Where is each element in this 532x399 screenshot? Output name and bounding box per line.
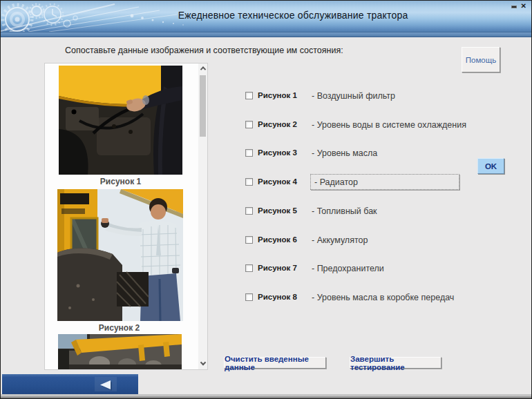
match-state: - Уровень масла в коробке передач [312, 293, 454, 302]
match-row-8: Рисунок 8 - Уровень масла в коробке пере… [1, 293, 532, 309]
instruction-text: Сопоставьте данные изображения и соответ… [65, 46, 343, 55]
photo-risunok-3[interactable] [58, 334, 182, 369]
match-state: - Воздушный фильтр [312, 91, 395, 101]
scroll-up-icon[interactable] [198, 64, 207, 73]
match-label: Рисунок 3 [258, 148, 297, 157]
window-close-icon[interactable]: ✕ [521, 3, 526, 10]
scroll-down-icon[interactable] [198, 360, 207, 369]
finish-test-button[interactable]: Завершить тестирование [350, 357, 441, 369]
app-window: Ежедневное техническое обслуживание трак… [0, 0, 532, 399]
checkbox-risunok-2[interactable] [245, 121, 253, 128]
match-label: Рисунок 8 [258, 293, 297, 301]
checkbox-risunok-5[interactable] [245, 207, 253, 215]
match-row-2: Рисунок 2 - Уровень воды в системе охлаж… [1, 120, 532, 137]
navigation-bar [2, 374, 138, 396]
match-row-1: Рисунок 1 - Воздушный фильтр [1, 91, 532, 108]
match-row-5: Рисунок 5 - Топливный бак [1, 206, 532, 223]
checkbox-risunok-4[interactable] [245, 178, 253, 186]
back-button[interactable] [95, 377, 117, 391]
match-row-3: Рисунок 3 - Уровень масла [1, 148, 532, 165]
match-label: Рисунок 6 [258, 235, 297, 244]
match-label: Рисунок 1 [258, 91, 297, 99]
back-arrow-icon [97, 378, 114, 391]
match-label: Рисунок 5 [258, 206, 297, 215]
match-row-6: Рисунок 6 - Аккумулятор [1, 235, 532, 252]
window-minimize-icon[interactable] [511, 6, 517, 8]
ok-button[interactable]: OK [477, 158, 504, 174]
header-banner: Ежедневное техническое обслуживание трак… [1, 1, 531, 32]
clear-data-button[interactable]: Очистить введенные данные [224, 357, 326, 369]
help-button[interactable]: Помощь [462, 47, 500, 72]
match-row-4: Рисунок 4 - Радиатор [1, 177, 532, 194]
window-controls: ✕ [511, 3, 526, 10]
window-bottom-edge [1, 394, 531, 398]
header-band [1, 32, 531, 37]
match-label: Рисунок 2 [258, 120, 297, 128]
chevron-down-icon [200, 360, 205, 365]
checkbox-risunok-1[interactable] [245, 92, 253, 99]
match-state: - Аккумулятор [312, 235, 368, 245]
page-title: Ежедневное техническое обслуживание трак… [63, 10, 523, 21]
match-label: Рисунок 7 [258, 264, 297, 272]
match-state-field[interactable]: - Радиатор [310, 174, 459, 190]
checkbox-risunok-6[interactable] [245, 236, 253, 244]
checkbox-risunok-7[interactable] [245, 264, 253, 272]
match-row-7: Рисунок 7 - Предохранители [1, 264, 532, 280]
match-state: - Уровень масла [312, 148, 377, 158]
match-state: - Топливный бак [312, 206, 377, 216]
checkbox-risunok-8[interactable] [245, 293, 253, 301]
chevron-up-icon [200, 66, 205, 72]
match-state: - Предохранители [312, 264, 384, 273]
photo-caption: Рисунок 2 [57, 323, 181, 333]
checkbox-risunok-3[interactable] [245, 149, 253, 157]
match-state: - Уровень воды в системе охлаждения [312, 120, 466, 130]
match-label: Рисунок 4 [258, 177, 297, 186]
